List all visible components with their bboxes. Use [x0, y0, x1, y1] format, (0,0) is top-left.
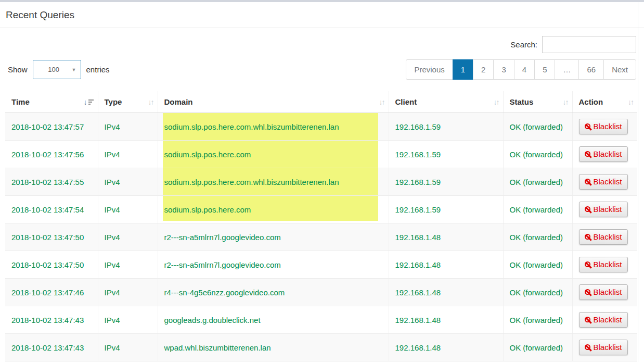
cell-action: Blacklist	[572, 306, 637, 334]
domain-value: r2---sn-a5mlrn7l.googlevideo.com	[164, 260, 281, 269]
sort-both-icon: ↓↑	[379, 98, 384, 106]
cell-client: 192.168.1.59	[389, 196, 503, 223]
type-value: IPv4	[105, 233, 120, 242]
cell-status: OK (forwarded)	[503, 251, 572, 279]
status-value: OK (forwarded)	[510, 233, 563, 242]
panel-right-edge	[638, 2, 638, 362]
blacklist-button[interactable]: Blacklist	[579, 202, 628, 217]
pagination-5[interactable]: 5	[534, 59, 555, 80]
datatable-controls: Search: Show 100 ▼ entries Previous12345…	[0, 36, 644, 80]
pagination-next[interactable]: Next	[603, 59, 636, 80]
cell-client: 192.168.1.48	[389, 251, 503, 279]
status-value: OK (forwarded)	[510, 122, 563, 131]
client-value: 192.168.1.48	[395, 260, 441, 269]
time-value: 2018-10-02 13:47:56	[11, 150, 84, 159]
cell-type: IPv4	[98, 279, 158, 306]
cell-domain: sodium.slp.pos.here.com	[158, 141, 389, 168]
cell-time: 2018-10-02 13:47:46	[5, 279, 98, 306]
ban-icon	[585, 206, 590, 212]
cell-status: OK (forwarded)	[503, 141, 572, 168]
cell-client: 192.168.1.48	[389, 223, 503, 251]
cell-status: OK (forwarded)	[503, 223, 572, 251]
ban-icon	[585, 151, 590, 157]
table-row: 2018-10-02 13:47:50IPv4r2---sn-a5mlrn7l.…	[5, 223, 637, 251]
blacklist-label: Blacklist	[594, 177, 622, 186]
blacklist-label: Blacklist	[594, 122, 622, 131]
column-header-client[interactable]: Client↓↑	[389, 91, 503, 113]
cell-time: 2018-10-02 13:47:55	[5, 168, 98, 196]
time-value: 2018-10-02 13:47:46	[11, 288, 84, 297]
cell-status: OK (forwarded)	[503, 334, 572, 361]
status-value: OK (forwarded)	[510, 288, 563, 297]
client-value: 192.168.1.59	[395, 150, 441, 159]
pagination-66[interactable]: 66	[578, 59, 604, 80]
cell-client: 192.168.1.48	[389, 334, 503, 361]
cell-type: IPv4	[98, 334, 158, 361]
domain-value: sodium.slp.pos.here.com	[164, 205, 251, 214]
pagination-3[interactable]: 3	[493, 59, 514, 80]
cell-action: Blacklist	[572, 251, 637, 279]
pagination-1[interactable]: 1	[453, 59, 473, 80]
client-value: 192.168.1.48	[395, 288, 441, 297]
ban-icon	[585, 344, 590, 350]
table-row: 2018-10-02 13:47:46IPv4r4---sn-4g5e6nzz.…	[5, 279, 637, 306]
column-label: Action	[579, 97, 603, 106]
pagination-4[interactable]: 4	[514, 59, 535, 80]
blacklist-button[interactable]: Blacklist	[579, 229, 628, 245]
column-header-time[interactable]: Time↓	[5, 91, 98, 113]
table-row: 2018-10-02 13:47:56IPv4sodium.slp.pos.he…	[5, 141, 637, 168]
column-label: Client	[395, 97, 417, 106]
cell-action: Blacklist	[572, 113, 637, 141]
table-row: 2018-10-02 13:47:43IPv4wpad.whl.biszumbi…	[5, 334, 637, 361]
cell-type: IPv4	[98, 168, 158, 196]
cell-type: IPv4	[98, 223, 158, 251]
sort-bars-icon	[88, 99, 94, 105]
blacklist-button[interactable]: Blacklist	[579, 284, 628, 300]
cell-time: 2018-10-02 13:47:50	[5, 251, 98, 279]
domain-value: sodium.slp.pos.here.com.whl.biszumbitter…	[164, 122, 339, 131]
ban-icon	[585, 261, 590, 267]
status-value: OK (forwarded)	[510, 316, 563, 324]
blacklist-button[interactable]: Blacklist	[579, 312, 628, 328]
pagination-2[interactable]: 2	[473, 59, 494, 80]
cell-time: 2018-10-02 13:47:43	[5, 306, 98, 334]
type-value: IPv4	[105, 122, 120, 131]
column-header-domain[interactable]: Domain↓↑	[158, 91, 389, 113]
status-value: OK (forwarded)	[510, 343, 563, 352]
cell-client: 192.168.1.59	[389, 113, 503, 141]
cell-domain: r2---sn-a5mlrn7l.googlevideo.com	[158, 251, 389, 279]
page-size-select[interactable]: 100	[33, 60, 81, 79]
cell-domain: r2---sn-a5mlrn7l.googlevideo.com	[158, 223, 389, 251]
pagination-previous[interactable]: Previous	[406, 59, 453, 80]
time-value: 2018-10-02 13:47:43	[11, 343, 84, 352]
blacklist-button[interactable]: Blacklist	[579, 257, 628, 272]
cell-domain: wpad.whl.biszumbitterenen.lan	[158, 334, 389, 361]
column-header-action[interactable]: Action↓↑	[572, 91, 637, 113]
table-row: 2018-10-02 13:47:54IPv4sodium.slp.pos.he…	[5, 196, 637, 223]
cell-time: 2018-10-02 13:47:56	[5, 141, 98, 168]
search-input[interactable]	[542, 36, 636, 53]
blacklist-button[interactable]: Blacklist	[579, 174, 628, 190]
entries-label: entries	[86, 65, 110, 74]
arrow-down-icon: ↓	[84, 98, 87, 106]
cell-time: 2018-10-02 13:47:54	[5, 196, 98, 223]
column-header-type[interactable]: Type↓↑	[98, 91, 158, 113]
blacklist-button[interactable]: Blacklist	[579, 119, 628, 134]
client-value: 192.168.1.48	[395, 316, 441, 324]
column-header-status[interactable]: Status↓↑	[503, 91, 572, 113]
blacklist-button[interactable]: Blacklist	[579, 340, 628, 355]
cell-client: 192.168.1.59	[389, 141, 503, 168]
status-value: OK (forwarded)	[510, 178, 563, 186]
cell-status: OK (forwarded)	[503, 306, 572, 334]
table-row: 2018-10-02 13:47:55IPv4sodium.slp.pos.he…	[5, 168, 637, 196]
queries-table-wrap: Time↓Type↓↑Domain↓↑Client↓↑Status↓↑Actio…	[5, 91, 639, 361]
time-value: 2018-10-02 13:47:57	[11, 122, 84, 131]
cell-action: Blacklist	[572, 279, 637, 306]
type-value: IPv4	[105, 343, 120, 352]
sort-both-icon: ↓↑	[494, 98, 499, 106]
cell-type: IPv4	[98, 251, 158, 279]
cell-action: Blacklist	[572, 196, 637, 223]
controls-second-row: Show 100 ▼ entries Previous12345…66Next	[8, 59, 636, 80]
blacklist-button[interactable]: Blacklist	[579, 146, 628, 162]
cell-status: OK (forwarded)	[503, 113, 572, 141]
